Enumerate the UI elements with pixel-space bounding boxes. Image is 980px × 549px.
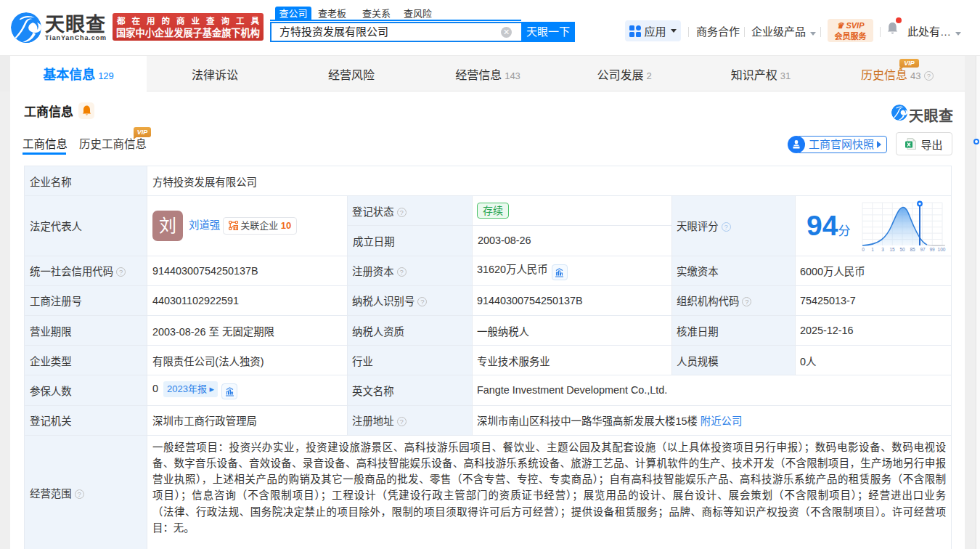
svg-text:3: 3 xyxy=(881,247,884,252)
svg-text:99: 99 xyxy=(929,247,935,252)
svg-text:50: 50 xyxy=(899,247,905,252)
svg-text:1: 1 xyxy=(871,247,874,252)
svg-text:97: 97 xyxy=(920,247,926,252)
svg-text:15: 15 xyxy=(889,247,895,252)
svg-text:0: 0 xyxy=(862,247,865,252)
svg-text:100: 100 xyxy=(938,247,946,252)
svg-text:85: 85 xyxy=(910,247,915,252)
